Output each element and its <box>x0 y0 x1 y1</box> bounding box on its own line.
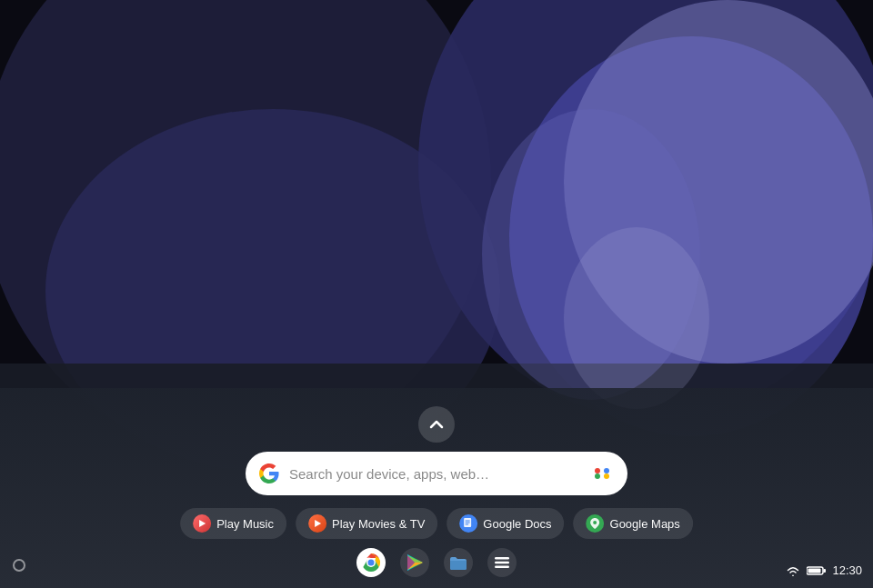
google-docs-icon <box>459 514 477 533</box>
search-placeholder: Search your device, apps, web… <box>289 466 580 482</box>
wifi-icon <box>785 564 801 577</box>
svg-rect-19 <box>466 524 469 525</box>
play-movies-label: Play Movies & TV <box>332 517 425 531</box>
battery-icon <box>807 565 827 576</box>
play-music-label: Play Music <box>216 517 274 531</box>
taskbar-play-store[interactable] <box>395 543 435 583</box>
svg-point-25 <box>368 560 375 566</box>
google-assistant-icon <box>589 461 615 486</box>
google-g-logo <box>258 463 280 484</box>
taskbar <box>0 537 873 588</box>
svg-rect-32 <box>495 566 509 569</box>
chevron-up-button[interactable] <box>418 406 455 443</box>
app-chip-play-movies[interactable]: Play Movies & TV <box>296 508 437 539</box>
app-chip-play-music[interactable]: Play Music <box>180 508 286 539</box>
system-tray[interactable]: 12:30 <box>785 563 862 577</box>
play-music-icon <box>193 514 211 533</box>
app-suggestions: Play Music Play Movies & TV Google Docs <box>180 508 693 539</box>
svg-rect-30 <box>495 557 509 560</box>
svg-point-9 <box>589 461 615 486</box>
google-maps-label: Google Maps <box>610 517 680 531</box>
svg-rect-31 <box>495 562 509 564</box>
svg-marker-15 <box>315 520 321 527</box>
search-bar[interactable]: Search your device, apps, web… <box>246 452 627 495</box>
svg-rect-35 <box>808 568 821 573</box>
svg-point-11 <box>604 468 609 473</box>
svg-marker-14 <box>199 520 206 527</box>
svg-rect-17 <box>466 521 470 522</box>
svg-point-12 <box>595 473 600 479</box>
google-docs-label: Google Docs <box>483 517 551 531</box>
google-maps-icon <box>587 514 605 533</box>
svg-point-10 <box>595 468 600 473</box>
camera-indicator <box>13 559 25 572</box>
svg-rect-18 <box>466 523 470 523</box>
taskbar-docs[interactable] <box>482 543 522 583</box>
svg-point-8 <box>564 227 709 409</box>
svg-rect-34 <box>824 569 827 573</box>
svg-point-13 <box>604 473 609 479</box>
taskbar-files[interactable] <box>438 543 478 583</box>
taskbar-chrome[interactable] <box>351 543 391 583</box>
app-chip-google-maps[interactable]: Google Maps <box>574 508 693 539</box>
svg-point-21 <box>594 521 597 524</box>
time-display: 12:30 <box>832 563 862 577</box>
play-movies-icon <box>308 514 326 533</box>
app-chip-google-docs[interactable]: Google Docs <box>447 508 564 539</box>
shelf: Search your device, apps, web… Play Musi… <box>0 388 873 588</box>
